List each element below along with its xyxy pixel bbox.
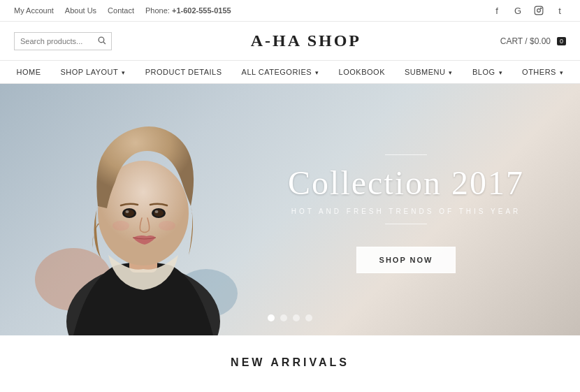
- new-arrivals-heading: NEW ARRIVALS: [14, 356, 566, 369]
- my-account-link[interactable]: My Account: [14, 6, 54, 15]
- nav-item-submenu[interactable]: SUBMENU ▾: [395, 61, 463, 83]
- tumblr-icon[interactable]: t: [553, 4, 566, 17]
- hero-content: Collection 2017 HOT AND FRESH TRENDS OF …: [288, 146, 524, 273]
- dropdown-arrow-icon: ▾: [119, 69, 126, 76]
- nav-link[interactable]: LOOKBOOK: [329, 61, 395, 83]
- cart-count: 0: [557, 37, 566, 45]
- carousel-dot-3[interactable]: [293, 314, 300, 321]
- new-arrivals-section: NEW ARRIVALS: [0, 335, 580, 376]
- hero-divider-top: [385, 154, 427, 155]
- dropdown-arrow-icon: ▾: [558, 69, 564, 76]
- shop-now-button[interactable]: SHOP NOW: [356, 247, 456, 273]
- svg-point-14: [154, 210, 164, 217]
- svg-point-13: [124, 210, 134, 217]
- top-bar-right: f G t: [491, 4, 566, 17]
- nav-link[interactable]: OTHERS ▾: [512, 61, 573, 83]
- search-box: [14, 32, 112, 50]
- hero-banner: Collection 2017 HOT AND FRESH TRENDS OF …: [0, 84, 580, 335]
- nav-item-shop-layout[interactable]: SHOP LAYOUT ▾: [51, 61, 136, 83]
- cart-area[interactable]: CART / $0.00 0: [500, 36, 566, 46]
- svg-point-16: [155, 210, 159, 213]
- svg-point-17: [113, 221, 129, 231]
- google-icon[interactable]: G: [512, 4, 524, 17]
- search-input[interactable]: [20, 37, 97, 45]
- instagram-icon[interactable]: [532, 4, 545, 17]
- hero-dots: [268, 314, 312, 321]
- nav-link[interactable]: SHOP LAYOUT ▾: [51, 61, 136, 83]
- cart-label: CART / $0.00: [500, 36, 551, 46]
- nav-item-others[interactable]: OTHERS ▾: [512, 61, 573, 83]
- nav-item-product-details[interactable]: PRODUCT DETAILS: [136, 61, 232, 83]
- main-nav: HOMESHOP LAYOUT ▾PRODUCT DETAILSALL CATE…: [0, 61, 580, 84]
- hero-background: Collection 2017 HOT AND FRESH TRENDS OF …: [0, 84, 580, 335]
- phone-label: Phone: +1-602-555-0155: [145, 6, 231, 15]
- header: A-HA SHOP CART / $0.00 0: [0, 22, 580, 61]
- carousel-dot-4[interactable]: [305, 314, 312, 321]
- dropdown-arrow-icon: ▾: [447, 69, 453, 76]
- svg-line-4: [103, 41, 106, 43]
- nav-link[interactable]: PRODUCT DETAILS: [136, 61, 232, 83]
- phone-number: +1-602-555-0155: [172, 6, 231, 15]
- nav-link[interactable]: ALL CATEGORIES ▾: [232, 61, 329, 83]
- hero-figure: [31, 84, 255, 335]
- svg-point-3: [99, 37, 104, 43]
- hero-divider-bottom: [385, 224, 427, 224]
- carousel-dot-2[interactable]: [280, 314, 287, 321]
- hero-subtitle: HOT AND FRESH TRENDS OF THIS YEAR: [288, 208, 524, 215]
- carousel-dot-1[interactable]: [268, 314, 275, 321]
- hero-title: Collection 2017: [288, 164, 524, 202]
- svg-point-15: [126, 210, 129, 213]
- svg-point-1: [537, 9, 541, 13]
- svg-point-2: [541, 8, 542, 8]
- dropdown-arrow-icon: ▾: [313, 69, 319, 76]
- top-bar-left: My Account About Us Contact Phone: +1-60…: [14, 6, 231, 15]
- site-title: A-HA SHOP: [251, 31, 361, 50]
- search-button[interactable]: [97, 36, 106, 47]
- dropdown-arrow-icon: ▾: [497, 69, 503, 76]
- nav-item-home[interactable]: HOME: [7, 61, 51, 83]
- contact-link[interactable]: Contact: [108, 6, 134, 15]
- top-bar: My Account About Us Contact Phone: +1-60…: [0, 0, 580, 22]
- svg-rect-0: [535, 6, 543, 15]
- svg-point-18: [159, 221, 175, 231]
- facebook-icon[interactable]: f: [491, 4, 503, 17]
- nav-link[interactable]: HOME: [7, 61, 51, 83]
- nav-item-all-categories[interactable]: ALL CATEGORIES ▾: [232, 61, 329, 83]
- about-us-link[interactable]: About Us: [65, 6, 96, 15]
- nav-item-blog[interactable]: BLOG ▾: [463, 61, 512, 83]
- nav-link[interactable]: BLOG ▾: [463, 61, 512, 83]
- nav-item-lookbook[interactable]: LOOKBOOK: [329, 61, 395, 83]
- nav-link[interactable]: SUBMENU ▾: [395, 61, 463, 83]
